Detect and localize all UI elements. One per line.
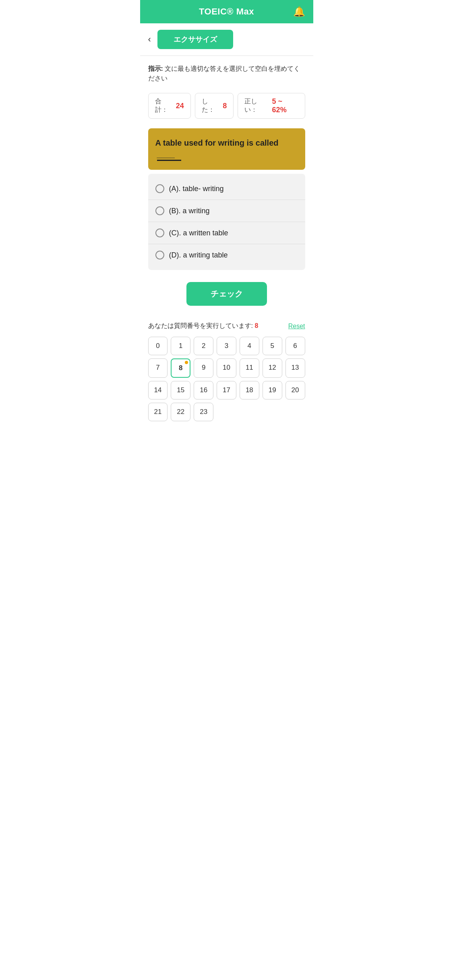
- radio-d[interactable]: [155, 251, 164, 259]
- stat-done: した： 8: [195, 93, 234, 119]
- option-a-label: (A). table- writing: [169, 185, 224, 193]
- number-cell-0[interactable]: 0: [148, 337, 168, 355]
- app-title: TOEIC® Max: [199, 6, 254, 17]
- number-cell-8[interactable]: 8: [171, 358, 190, 378]
- navigator-label-text: あなたは質問番号を実行しています: 8: [148, 322, 259, 330]
- option-b[interactable]: (B). a writing: [148, 200, 305, 222]
- radio-c[interactable]: [155, 229, 164, 237]
- stat-total: 合計： 24: [148, 93, 191, 119]
- option-b-label: (B). a writing: [169, 207, 210, 215]
- number-cell-14[interactable]: 14: [148, 381, 168, 399]
- number-cell-20[interactable]: 20: [285, 381, 305, 399]
- question-text: A table used for writing is called ____: [155, 138, 279, 159]
- number-cell-17[interactable]: 17: [217, 381, 236, 399]
- check-btn-wrapper: チェック: [140, 270, 313, 314]
- question-card: A table used for writing is called ____: [148, 128, 305, 170]
- exercise-button[interactable]: エクササイズ: [157, 30, 233, 49]
- number-cell-2[interactable]: 2: [194, 337, 213, 355]
- option-d-label: (D). a writing table: [169, 251, 228, 259]
- number-cell-13[interactable]: 13: [285, 358, 305, 378]
- radio-a[interactable]: [155, 184, 164, 193]
- bell-icon[interactable]: 🔔: [293, 6, 305, 17]
- sub-header: ‹ エクササイズ: [140, 23, 313, 56]
- option-a[interactable]: (A). table- writing: [148, 178, 305, 200]
- option-c[interactable]: (C). a written table: [148, 222, 305, 244]
- instructions-body: 文に最も適切な答えを選択して空白を埋めてください: [148, 65, 300, 82]
- number-cell-15[interactable]: 15: [171, 381, 190, 399]
- navigator-section: あなたは質問番号を実行しています: 8 Reset 01234567891011…: [140, 314, 313, 425]
- option-d[interactable]: (D). a writing table: [148, 244, 305, 266]
- stat-done-label: した：: [202, 97, 220, 114]
- navigator-current: 8: [254, 322, 258, 329]
- number-cell-12[interactable]: 12: [263, 358, 282, 378]
- number-cell-18[interactable]: 18: [240, 381, 259, 399]
- stats-row: 合計： 24 した： 8 正しい： 5 ~ 62%: [140, 87, 313, 124]
- active-dot: [185, 361, 188, 364]
- app-header: TOEIC® Max 🔔: [140, 0, 313, 23]
- number-cell-1[interactable]: 1: [171, 337, 190, 355]
- number-cell-21[interactable]: 21: [148, 403, 168, 421]
- stat-correct: 正しい： 5 ~ 62%: [238, 93, 305, 119]
- reset-button[interactable]: Reset: [288, 323, 305, 330]
- number-cell-7[interactable]: 7: [148, 358, 168, 378]
- number-cell-3[interactable]: 3: [217, 337, 236, 355]
- stat-total-value: 24: [176, 102, 184, 110]
- radio-b[interactable]: [155, 206, 164, 215]
- number-grid: 01234567891011121314151617181920212223: [148, 337, 305, 421]
- number-cell-5[interactable]: 5: [263, 337, 282, 355]
- option-c-label: (C). a written table: [169, 229, 228, 237]
- number-cell-19[interactable]: 19: [263, 381, 282, 399]
- stat-total-label: 合計：: [155, 97, 174, 114]
- number-cell-9[interactable]: 9: [194, 358, 213, 378]
- number-cell-22[interactable]: 22: [171, 403, 190, 421]
- number-cell-16[interactable]: 16: [194, 381, 213, 399]
- check-button[interactable]: チェック: [186, 282, 267, 306]
- instructions-label: 指示:: [148, 65, 163, 72]
- instructions-text: 指示: 文に最も適切な答えを選択して空白を埋めてください: [148, 64, 305, 83]
- stat-correct-label: 正しい：: [244, 97, 269, 114]
- number-cell-6[interactable]: 6: [285, 337, 305, 355]
- navigator-label-row: あなたは質問番号を実行しています: 8 Reset: [148, 322, 305, 330]
- options-card: (A). table- writing (B). a writing (C). …: [148, 174, 305, 270]
- instructions-section: 指示: 文に最も適切な答えを選択して空白を埋めてください: [140, 56, 313, 87]
- stat-done-value: 8: [223, 102, 227, 110]
- number-cell-11[interactable]: 11: [240, 358, 259, 378]
- number-cell-10[interactable]: 10: [217, 358, 236, 378]
- number-cell-4[interactable]: 4: [240, 337, 259, 355]
- back-button[interactable]: ‹: [148, 35, 151, 44]
- stat-correct-value: 5 ~ 62%: [272, 97, 298, 114]
- number-cell-23[interactable]: 23: [194, 403, 213, 421]
- question-blank: ____: [157, 148, 181, 161]
